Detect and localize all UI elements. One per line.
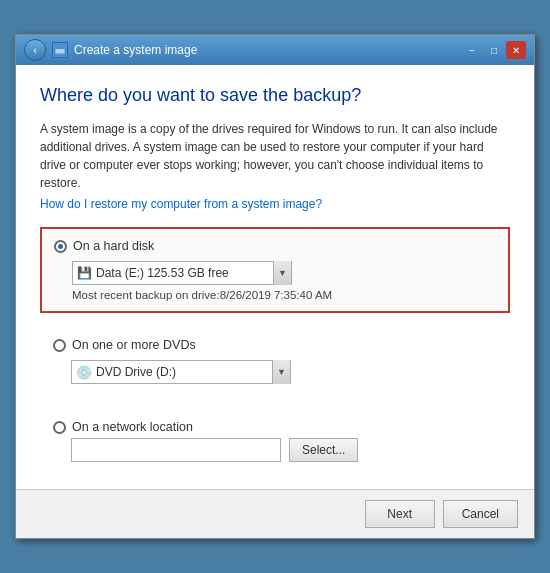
hard-disk-header: On a hard disk — [54, 239, 496, 253]
hdd-icon: 💾 — [77, 266, 92, 280]
dvd-label: On one or more DVDs — [72, 338, 196, 352]
dvd-icon: 💿 — [76, 365, 92, 380]
backup-info: Most recent backup on drive:8/26/2019 7:… — [72, 289, 496, 301]
network-radio[interactable] — [53, 421, 66, 434]
hard-disk-dropdown-text: Data (E:) 125.53 GB free — [96, 266, 269, 280]
content-area: Where do you want to save the backup? A … — [16, 65, 534, 489]
dvd-dropdown-row: 💿 DVD Drive (D:) ▼ — [71, 360, 497, 384]
minimize-button[interactable]: − — [462, 41, 482, 59]
page-title: Where do you want to save the backup? — [40, 85, 510, 106]
dvd-dropdown-text: DVD Drive (D:) — [96, 365, 268, 379]
window-title: Create a system image — [74, 43, 197, 57]
network-option: On a network location Select... — [40, 409, 510, 473]
next-button[interactable]: Next — [365, 500, 435, 528]
dvd-radio[interactable] — [53, 339, 66, 352]
bottom-bar: Next Cancel — [16, 489, 534, 538]
dvd-header: On one or more DVDs — [53, 338, 497, 352]
maximize-button[interactable]: □ — [484, 41, 504, 59]
titlebar: ‹ Create a system image − □ ✕ — [16, 35, 534, 65]
network-input-row: Select... — [71, 438, 497, 462]
dvd-option: On one or more DVDs 💿 DVD Drive (D:) ▼ — [40, 327, 510, 395]
dvd-dropdown-arrow: ▼ — [272, 360, 290, 384]
hard-disk-dropdown[interactable]: 💾 Data (E:) 125.53 GB free ▼ — [72, 261, 292, 285]
titlebar-left: ‹ Create a system image — [24, 39, 462, 61]
network-header: On a network location — [53, 420, 497, 434]
dvd-dropdown[interactable]: 💿 DVD Drive (D:) ▼ — [71, 360, 291, 384]
titlebar-controls: − □ ✕ — [462, 41, 526, 59]
hard-disk-option: On a hard disk 💾 Data (E:) 125.53 GB fre… — [40, 227, 510, 313]
close-button[interactable]: ✕ — [506, 41, 526, 59]
svg-rect-1 — [55, 46, 65, 49]
back-button[interactable]: ‹ — [24, 39, 46, 61]
main-window: ‹ Create a system image − □ ✕ Where do y… — [15, 34, 535, 539]
network-label: On a network location — [72, 420, 193, 434]
description-text: A system image is a copy of the drives r… — [40, 120, 510, 192]
cancel-button[interactable]: Cancel — [443, 500, 518, 528]
hard-disk-radio[interactable] — [54, 240, 67, 253]
hard-disk-dropdown-row: 💾 Data (E:) 125.53 GB free ▼ — [72, 261, 496, 285]
select-button[interactable]: Select... — [289, 438, 358, 462]
help-link[interactable]: How do I restore my computer from a syst… — [40, 197, 322, 211]
hard-disk-label: On a hard disk — [73, 239, 154, 253]
hard-disk-dropdown-arrow: ▼ — [273, 261, 291, 285]
network-location-input[interactable] — [71, 438, 281, 462]
window-icon — [52, 42, 68, 58]
options-area: On a hard disk 💾 Data (E:) 125.53 GB fre… — [40, 227, 510, 473]
